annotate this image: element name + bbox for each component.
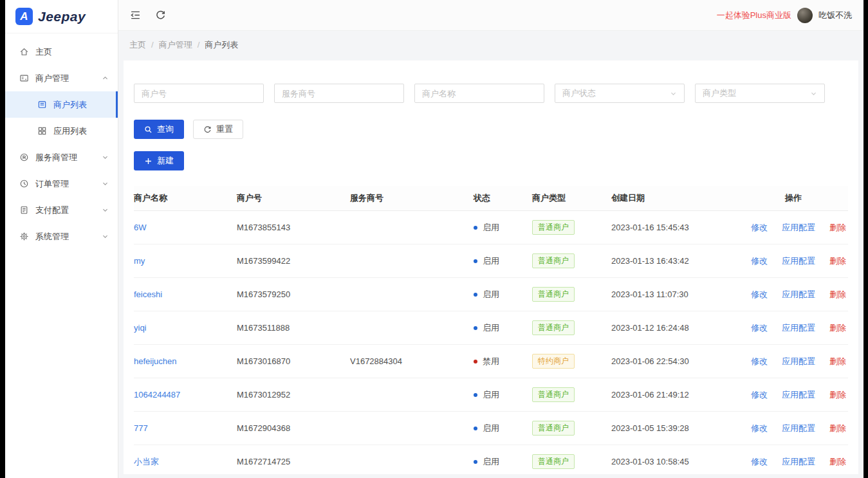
merchant-name-link[interactable]: 6W (134, 223, 147, 232)
delete-link[interactable]: 删除 (829, 423, 846, 433)
merchant-name-link[interactable]: hefeijuchen (134, 356, 177, 366)
merchant-name-cell: 777 (134, 412, 237, 445)
edit-link[interactable]: 修改 (751, 390, 768, 400)
sidebar-item-merchant-list[interactable]: 商户列表 (5, 91, 118, 118)
sidebar-item-system-mgmt[interactable]: 系统管理 (5, 223, 118, 250)
status-dot (474, 326, 477, 330)
edit-link[interactable]: 修改 (751, 323, 768, 333)
status-dot (474, 259, 477, 263)
edit-link[interactable]: 修改 (751, 356, 768, 366)
username[interactable]: 吃饭不洗 (818, 10, 852, 21)
status-dot (474, 460, 477, 464)
status-label: 禁用 (483, 356, 499, 366)
merchant-name-input[interactable] (414, 84, 544, 103)
sidebar-item-home[interactable]: 主页 (5, 39, 118, 65)
plus-icon (144, 157, 152, 165)
status-cell: 启用 (474, 278, 532, 311)
actions-cell: 修改应用配置删除 (744, 211, 848, 244)
col-actions: 操作 (744, 186, 848, 211)
app-config-link[interactable]: 应用配置 (782, 423, 815, 433)
merchant-status-select[interactable]: 商户状态 (555, 84, 685, 103)
chevron-down-icon (102, 233, 109, 240)
app-config-link[interactable]: 应用配置 (782, 457, 815, 466)
delete-link[interactable]: 删除 (829, 290, 846, 299)
service-provider-no-input[interactable] (274, 84, 404, 103)
topbar: 一起体验Plus商业版 吃饭不洗 (118, 0, 863, 31)
edit-link[interactable]: 修改 (751, 290, 768, 299)
search-button[interactable]: 查询 (134, 120, 184, 139)
sidebar-item-pay-config[interactable]: 支付配置 (5, 197, 118, 223)
edit-link[interactable]: 修改 (751, 256, 768, 266)
merchant-name-link[interactable]: 小当家 (134, 457, 159, 466)
sidebar-item-merchant-mgmt[interactable]: 商户管理 (5, 65, 118, 91)
status-cell: 启用 (474, 244, 532, 278)
reload-icon[interactable] (155, 10, 166, 21)
chevron-down-icon (102, 180, 109, 187)
merchant-name-cell: hefeijuchen (134, 345, 237, 378)
type-cell: 普通商户 (532, 378, 611, 412)
file-icon (19, 205, 29, 215)
menu-fold-icon[interactable] (130, 10, 141, 21)
col-merchant-type: 商户类型 (532, 186, 611, 211)
merchant-type-badge: 普通商户 (532, 287, 575, 302)
created-date: 2023-01-16 15:45:43 (611, 211, 744, 244)
status-label: 启用 (483, 423, 499, 433)
type-cell: 普通商户 (532, 445, 611, 475)
app-config-link[interactable]: 应用配置 (782, 390, 815, 400)
app-config-link[interactable]: 应用配置 (782, 356, 815, 366)
app-window: A Jeepay 主页商户管理商户列表应用列表服务商管理订单管理支付配置系统管理… (5, 0, 863, 478)
sidebar-item-order-mgmt[interactable]: 订单管理 (5, 170, 118, 197)
breadcrumb-home[interactable]: 主页 (129, 40, 146, 50)
merchant-name-link[interactable]: 1064244487 (134, 390, 180, 400)
new-merchant-button[interactable]: 新建 (134, 151, 184, 170)
service-provider-no (350, 311, 474, 345)
brand-logo[interactable]: A Jeepay (5, 0, 118, 33)
table-header-row: 商户名称 商户号 服务商号 状态 商户类型 创建日期 操作 (134, 186, 848, 211)
merchant-name-link[interactable]: yiqi (134, 323, 147, 333)
merchant-no: M1673012952 (237, 378, 350, 412)
breadcrumb-separator: / (151, 40, 154, 50)
sidebar-item-app-list[interactable]: 应用列表 (5, 118, 118, 144)
idcard-icon (19, 73, 29, 83)
breadcrumb-separator: / (198, 40, 200, 50)
edit-link[interactable]: 修改 (751, 423, 768, 433)
merchant-name-link[interactable]: my (134, 256, 145, 266)
user-avatar[interactable] (797, 8, 813, 23)
delete-link[interactable]: 删除 (829, 223, 846, 232)
service-provider-no (350, 412, 474, 445)
delete-link[interactable]: 删除 (829, 256, 846, 266)
delete-link[interactable]: 删除 (829, 323, 846, 333)
delete-link[interactable]: 删除 (829, 356, 846, 366)
app-config-link[interactable]: 应用配置 (782, 290, 815, 299)
created-date: 2023-01-12 16:24:48 (611, 311, 744, 345)
delete-link[interactable]: 删除 (829, 457, 846, 466)
sidebar-item-isv-mgmt[interactable]: 服务商管理 (5, 144, 118, 170)
reset-button[interactable]: 重置 (193, 120, 243, 139)
merchant-type-placeholder: 商户类型 (703, 87, 736, 99)
app-config-link[interactable]: 应用配置 (782, 223, 815, 232)
created-date: 2023-01-13 11:07:30 (611, 278, 744, 311)
merchant-no-input[interactable] (134, 84, 264, 103)
sidebar-item-label: 订单管理 (35, 178, 69, 190)
merchant-type-select[interactable]: 商户类型 (695, 84, 825, 103)
merchant-name-link[interactable]: feiceshi (134, 290, 162, 299)
table-row: yiqiM1673511888启用普通商户2023-01-12 16:24:48… (134, 311, 848, 345)
app-config-link[interactable]: 应用配置 (782, 323, 815, 333)
edit-link[interactable]: 修改 (751, 223, 768, 232)
plus-promo-link[interactable]: 一起体验Plus商业版 (717, 10, 791, 21)
search-button-row: 查询 重置 (134, 120, 848, 139)
app-config-link[interactable]: 应用配置 (782, 256, 815, 266)
created-date: 2023-01-06 22:54:30 (611, 345, 744, 378)
sidebar-item-label: 商户列表 (53, 99, 87, 111)
created-date: 2023-01-13 16:43:42 (611, 244, 744, 278)
content-card: 商户状态 商户类型 查询 (124, 60, 858, 474)
reset-button-label: 重置 (216, 124, 233, 135)
actions-cell: 修改应用配置删除 (744, 278, 848, 311)
merchant-name-cell: 1064244487 (134, 378, 237, 412)
edit-link[interactable]: 修改 (751, 457, 768, 466)
sidebar-item-label: 服务商管理 (35, 152, 77, 163)
merchant-name-link[interactable]: 777 (134, 423, 148, 433)
service-provider-no (350, 211, 474, 244)
delete-link[interactable]: 删除 (829, 390, 846, 400)
status-label: 启用 (483, 256, 499, 266)
